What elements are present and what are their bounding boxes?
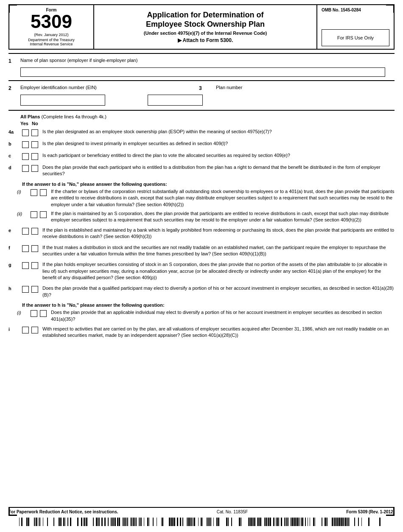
svg-rect-5 xyxy=(35,518,36,526)
header-right: OMB No. 1545-0284 For IRS Use Only xyxy=(317,5,394,49)
ein-input[interactable] xyxy=(20,95,105,106)
all-plans-note: (Complete lines 4a through 4k.) xyxy=(42,114,106,119)
q4dii-num: (ii) xyxy=(17,210,31,216)
svg-rect-80 xyxy=(218,518,219,526)
corner-bracket-tr xyxy=(386,4,395,13)
q4hi-yes-checkbox[interactable] xyxy=(31,310,37,317)
svg-rect-19 xyxy=(81,518,82,526)
svg-rect-77 xyxy=(210,518,211,526)
q1-input[interactable] xyxy=(20,67,385,77)
svg-rect-90 xyxy=(254,518,255,526)
q4b-no-checkbox[interactable] xyxy=(31,141,38,148)
svg-rect-63 xyxy=(182,518,183,526)
q4dii-yes-checkbox[interactable] xyxy=(31,211,37,218)
q4d-no-checkbox[interactable] xyxy=(31,165,38,172)
svg-rect-25 xyxy=(98,518,98,526)
main-title: Application for Determination of Employe… xyxy=(101,11,310,29)
d-note: If the answer to d is "No," please answe… xyxy=(22,182,395,187)
svg-rect-112 xyxy=(297,518,298,526)
q4h-row: h Does the plan provide that a qualified… xyxy=(8,284,395,299)
svg-rect-98 xyxy=(270,518,271,526)
q4e-yes-checkbox[interactable] xyxy=(22,228,29,235)
q4a-no-checkbox[interactable] xyxy=(31,129,38,136)
svg-rect-3 xyxy=(28,518,29,526)
q4h-yes-checkbox[interactable] xyxy=(22,286,29,293)
q4f-yes-checkbox[interactable] xyxy=(22,245,29,252)
q4e-num: e xyxy=(8,227,22,233)
svg-rect-58 xyxy=(171,518,172,526)
svg-rect-60 xyxy=(174,518,175,526)
attach-line: ▶ Attach to Form 5300. xyxy=(101,37,310,43)
svg-rect-116 xyxy=(305,518,306,526)
svg-rect-72 xyxy=(201,518,202,526)
q2-q3-inputs xyxy=(20,95,395,106)
svg-rect-0 xyxy=(19,518,20,526)
q2-number: 2 xyxy=(8,84,20,91)
svg-rect-34 xyxy=(117,518,118,526)
q4b-yes-checkbox[interactable] xyxy=(22,141,29,148)
q4di-num: (i) xyxy=(17,188,31,194)
q4d-yes-checkbox[interactable] xyxy=(22,165,29,172)
svg-rect-114 xyxy=(301,518,302,526)
q4b-text: Is the plan designed to invest primarily… xyxy=(42,140,395,147)
svg-rect-101 xyxy=(277,518,278,526)
svg-rect-79 xyxy=(216,518,218,526)
svg-rect-29 xyxy=(108,518,109,526)
plan-number-input[interactable] xyxy=(148,95,203,106)
q4g-no-checkbox[interactable] xyxy=(31,262,38,269)
q4c-no-checkbox[interactable] xyxy=(31,153,38,160)
svg-rect-81 xyxy=(226,518,227,526)
svg-rect-125 xyxy=(332,518,333,526)
paperwork-label: For Paperwork Reduction Act Notice, see … xyxy=(8,510,118,514)
q4d-text: Does the plan provide that each particip… xyxy=(42,164,395,177)
svg-rect-93 xyxy=(260,518,261,526)
svg-rect-103 xyxy=(281,518,282,526)
all-plans-label: All Plans xyxy=(20,114,40,119)
form-header: Form 5309 (Rev. January 2012) Department… xyxy=(8,4,395,50)
svg-rect-95 xyxy=(266,518,267,526)
q3-label: Plan number xyxy=(216,84,395,91)
q4c-yes-checkbox[interactable] xyxy=(22,153,29,160)
q4i-row: i With respect to activities that are ca… xyxy=(8,325,395,340)
q4di-yes-checkbox[interactable] xyxy=(31,189,37,196)
svg-rect-55 xyxy=(161,518,162,526)
svg-rect-9 xyxy=(43,518,43,526)
q4hi-no-checkbox[interactable] xyxy=(40,310,47,317)
svg-rect-107 xyxy=(288,518,288,526)
q4e-no-checkbox[interactable] xyxy=(31,228,38,235)
svg-rect-135 xyxy=(347,518,347,526)
q4h-checkboxes xyxy=(22,285,38,293)
q4dii-checkboxes xyxy=(31,210,47,218)
q4i-yes-checkbox[interactable] xyxy=(22,327,29,333)
q4dii-no-checkbox[interactable] xyxy=(40,211,47,218)
q4a-yes-checkbox[interactable] xyxy=(22,129,29,136)
q4di-no-checkbox[interactable] xyxy=(40,189,47,196)
q4h-num: h xyxy=(8,285,22,291)
svg-rect-33 xyxy=(115,518,116,526)
svg-rect-134 xyxy=(345,518,346,526)
q4f-no-checkbox[interactable] xyxy=(31,245,38,252)
q4c-row: c Is each participant or beneficiary ent… xyxy=(8,151,395,161)
svg-rect-99 xyxy=(273,518,274,526)
svg-rect-59 xyxy=(172,518,174,526)
q2-q3-row: 2 Employer identification number (EIN) 3… xyxy=(8,84,395,92)
svg-rect-126 xyxy=(333,518,334,526)
svg-rect-76 xyxy=(209,518,210,526)
q1-number: 1 xyxy=(8,57,20,64)
svg-rect-137 xyxy=(349,518,350,526)
dept-info: Department of the Treasury Internal Reve… xyxy=(28,38,75,46)
svg-rect-105 xyxy=(285,518,286,526)
svg-rect-6 xyxy=(36,518,37,526)
q4b-row: b Is the plan designed to invest primari… xyxy=(8,140,395,149)
svg-rect-52 xyxy=(149,518,149,526)
svg-rect-123 xyxy=(325,518,326,526)
q4i-no-checkbox[interactable] xyxy=(31,327,38,333)
svg-rect-42 xyxy=(131,518,132,526)
svg-rect-122 xyxy=(324,518,325,526)
q4h-no-checkbox[interactable] xyxy=(31,286,38,293)
q4g-yes-checkbox[interactable] xyxy=(22,262,29,269)
svg-rect-45 xyxy=(135,518,135,526)
q4f-row: f If the trust makes a distribution in s… xyxy=(8,244,395,258)
svg-rect-131 xyxy=(341,518,342,526)
svg-rect-92 xyxy=(258,518,260,526)
